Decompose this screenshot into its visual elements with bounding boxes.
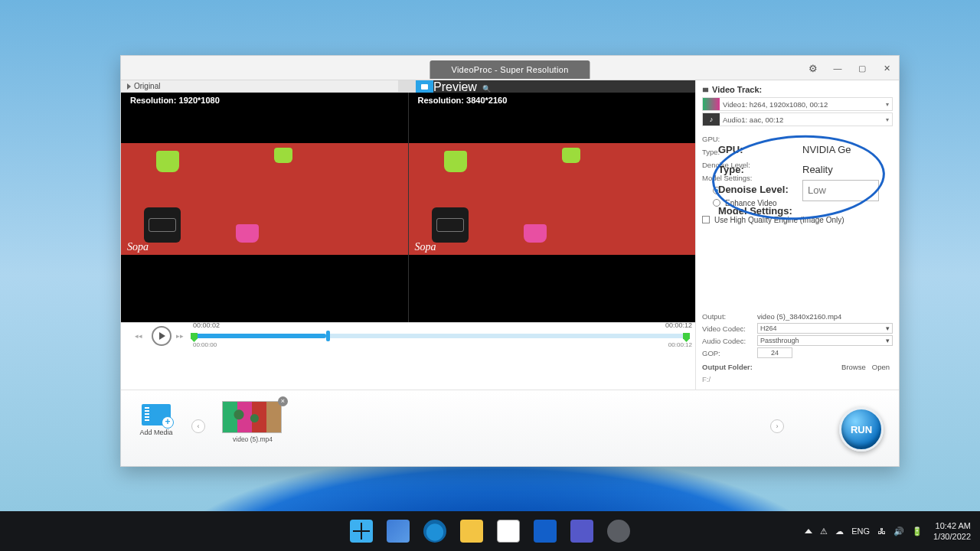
taskbar-pinned	[350, 520, 630, 543]
output-folder-label: Output Folder:	[702, 363, 757, 371]
callout-denoise-label: Denoise Level:	[718, 180, 802, 201]
strip-next-button[interactable]: ›	[770, 419, 784, 433]
system-tray: ⚠ ☁ ENG 🖧 🔊 🔋 10:42 AM 1/30/2022	[805, 520, 971, 542]
original-label: Original	[134, 82, 160, 90]
time-duration: 00:00:12	[665, 321, 692, 329]
network-icon[interactable]: 🖧	[877, 527, 886, 536]
decor-pot	[156, 151, 179, 172]
video-codec-select[interactable]: H264▾	[757, 323, 893, 334]
app-window: VideoProc - Super Resolution ⚙ — ▢ ✕ Ori…	[120, 55, 900, 467]
magnify-icon[interactable]: 🔍	[482, 85, 491, 93]
preview-label: Preview	[433, 80, 477, 93]
time-end: 00:00:12	[668, 341, 692, 348]
next-frame-button[interactable]: ▸▸	[176, 329, 187, 343]
titlebar: VideoProc - Super Resolution ⚙ — ▢ ✕	[121, 56, 899, 80]
audio-track-text: Audio1: aac, 00:12	[723, 116, 886, 124]
video-track-text: Video1: h264, 1920x1080, 00:12	[723, 100, 886, 109]
seek-playhead[interactable]	[326, 331, 330, 341]
gop-label: GOP:	[702, 349, 757, 357]
add-media-button[interactable]: Add Media	[135, 404, 178, 436]
decor-pot	[562, 148, 580, 163]
settings-panel: Video Track: Video1: h264, 1920x1080, 00…	[695, 80, 899, 390]
file-explorer-icon[interactable]	[460, 520, 483, 543]
volume-icon[interactable]: 🔊	[893, 527, 904, 536]
chevron-down-icon[interactable]: ▾	[886, 101, 889, 108]
audio-icon: ♪	[703, 113, 720, 126]
preview-resolution: Resolution: 3840*2160	[418, 96, 508, 105]
decor-pot	[444, 151, 467, 172]
media-clip[interactable]: × video (5).mp4	[222, 401, 283, 443]
window-controls: ⚙ — ▢ ✕	[801, 56, 899, 80]
callout-model-label: Model Settings:	[718, 201, 792, 221]
video-thumb-icon	[703, 98, 720, 110]
minimize-button[interactable]: —	[825, 56, 850, 80]
original-header: Original	[121, 80, 398, 93]
run-button[interactable]: RUN	[839, 407, 884, 452]
compare-toggle-on[interactable]	[416, 80, 433, 93]
strip-prev-button[interactable]: ‹	[191, 419, 205, 433]
decor-pot	[236, 224, 259, 243]
audio-codec-label: Audio Codec:	[702, 337, 757, 345]
preview-header-row: Original Preview 🔍	[121, 80, 695, 93]
output-folder-path: F:/	[702, 375, 710, 383]
onedrive-warning-icon[interactable]: ⚠	[820, 527, 828, 536]
start-button[interactable]	[350, 520, 373, 543]
audio-codec-select[interactable]: Passthrough▾	[757, 335, 893, 346]
clip-thumbnail	[222, 401, 282, 433]
video-compare-area: Resolution: 1920*1080 Sopa Resolution: 3…	[121, 93, 695, 322]
seek-progress	[191, 334, 326, 338]
battery-icon[interactable]: 🔋	[912, 527, 923, 536]
callout-gpu-value: NVIDIA Ge	[802, 140, 879, 160]
seek-track[interactable]	[191, 334, 689, 338]
highlighted-params: GPU:NVIDIA Ge Type:Reality Denoise Level…	[718, 140, 879, 221]
watermark-text: Sopa	[127, 241, 149, 253]
browse-button[interactable]: Browse	[838, 363, 869, 371]
close-button[interactable]: ✕	[874, 56, 899, 80]
callout-gpu-label: GPU:	[718, 140, 802, 160]
clock-time: 10:42 AM	[933, 520, 971, 531]
output-filename: video (5)_3840x2160.mp4	[757, 312, 893, 321]
settings-gear-icon[interactable]: ⚙	[801, 56, 825, 80]
maximize-button[interactable]: ▢	[850, 56, 874, 80]
play-button[interactable]	[152, 326, 172, 346]
remove-clip-icon[interactable]: ×	[278, 396, 288, 406]
chevron-down-icon[interactable]: ▾	[886, 116, 889, 123]
language-indicator[interactable]: ENG	[851, 527, 870, 536]
time-position: 00:00:02	[193, 321, 220, 329]
mail-app-icon[interactable]	[534, 520, 557, 543]
clip-filename: video (5).mp4	[222, 435, 283, 443]
edge-browser-icon[interactable]	[423, 520, 446, 543]
callout-type-value: Reality	[802, 160, 879, 180]
video-track-row[interactable]: Video1: h264, 1920x1080, 00:12 ▾	[702, 97, 893, 111]
decor-pot	[144, 207, 181, 243]
time-start: 00:00:00	[193, 341, 217, 348]
tray-overflow-icon[interactable]	[805, 529, 812, 533]
preview-pane: Resolution: 3840*2160 Sopa	[408, 93, 696, 322]
play-icon	[127, 83, 131, 90]
callout-denoise-value[interactable]: Low	[802, 180, 879, 201]
transport-bar: ◂◂ ▸▸ 00:00:02 00:00:12 00:00:00 00:00:1…	[121, 322, 695, 348]
callout-type-label: Type:	[718, 160, 802, 180]
decor-pot	[432, 207, 469, 243]
add-media-icon	[142, 404, 171, 425]
original-resolution: Resolution: 1920*1080	[130, 96, 220, 105]
taskbar-clock[interactable]: 10:42 AM 1/30/2022	[933, 520, 971, 542]
video-track-heading: Video Track:	[702, 85, 893, 94]
app-icon[interactable]	[570, 520, 593, 543]
media-strip: Add Media ‹ × video (5).mp4 › RUN	[121, 390, 899, 466]
output-label: Output:	[702, 312, 757, 321]
gop-input[interactable]: 24	[757, 347, 792, 358]
task-view-icon[interactable]	[387, 520, 410, 543]
workspace: Original Preview 🔍 Resolution: 1920*1080	[121, 80, 695, 390]
audio-track-row[interactable]: ♪ Audio1: aac, 00:12 ▾	[702, 112, 893, 126]
decor-pot	[524, 224, 547, 243]
watermark-text: Sopa	[415, 241, 436, 253]
ms-store-icon[interactable]	[497, 520, 520, 543]
compare-toggle-off[interactable]	[398, 80, 416, 93]
prev-frame-button[interactable]: ◂◂	[135, 329, 145, 343]
weather-cloud-icon[interactable]: ☁	[835, 527, 844, 536]
settings-app-icon[interactable]	[607, 520, 630, 543]
open-button[interactable]: Open	[869, 363, 893, 371]
video-codec-label: Video Codec:	[702, 324, 757, 333]
clock-date: 1/30/2022	[933, 531, 971, 542]
